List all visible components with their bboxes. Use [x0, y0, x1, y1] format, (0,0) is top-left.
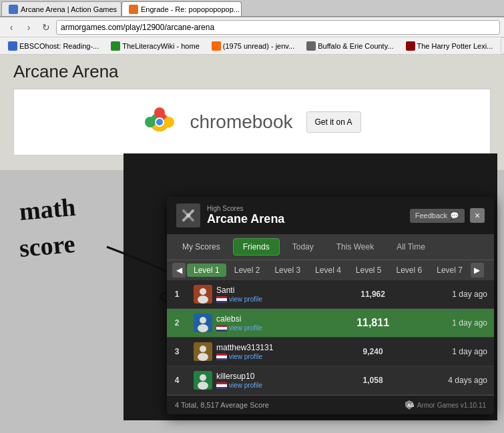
player-name: killersup10	[216, 372, 262, 381]
tab-favicon-arcane	[9, 5, 18, 14]
svg-point-18	[200, 346, 206, 352]
svg-point-6	[156, 119, 163, 125]
armor-games-version: Armor Games v1.10.11	[417, 402, 486, 409]
bookmark-icon-literacy	[111, 41, 120, 51]
player-flag-row: view profile	[216, 324, 262, 332]
bookmark-buffalo[interactable]: Buffalo & Erie County...	[302, 40, 397, 52]
tab-favicon-engrade	[129, 5, 138, 14]
svg-point-16	[200, 317, 206, 324]
level-tab-7[interactable]: Level 7	[430, 264, 469, 277]
player-cell: matthew313131 view profile	[187, 338, 336, 366]
tab-label-arcane: Arcane Arena | Action Games	[21, 5, 117, 13]
svg-point-19	[198, 353, 208, 361]
svg-text:AG: AG	[407, 403, 415, 408]
dialog-right-controls: Feedback 💬 ×	[410, 208, 485, 223]
player-flag-row: view profile	[216, 296, 262, 303]
ad-get-button[interactable]: Get it on A	[306, 111, 361, 133]
svg-point-4	[145, 117, 156, 127]
bookmark-icon-buffalo	[306, 41, 316, 51]
feedback-icon: 💬	[450, 211, 459, 220]
svg-point-21	[198, 382, 208, 390]
close-dialog-button[interactable]: ×	[470, 208, 485, 223]
view-profile-link[interactable]: view profile	[229, 382, 262, 389]
tab-engrade[interactable]: Engrade - Re: popopopopop... ×	[121, 1, 242, 16]
level-tabs-row: ◀ Level 1 Level 2 Level 3 Level 4 Level …	[167, 260, 494, 280]
address-bar[interactable]	[56, 20, 500, 35]
us-flag-icon	[216, 354, 227, 360]
level-tab-4[interactable]: Level 4	[308, 264, 348, 277]
level-tab-5[interactable]: Level 5	[349, 264, 389, 277]
view-profile-link[interactable]: view profile	[229, 296, 262, 303]
browser-tabs: Arcane Arena | Action Games × Engrade - …	[0, 0, 504, 17]
page-title: Arcane Arena	[13, 61, 491, 82]
tab-this-week[interactable]: This Week	[326, 238, 384, 256]
table-row: 1 Santi view profile 11,962	[167, 280, 494, 309]
player-cell: calebsi view profile	[187, 309, 336, 338]
chrome-logo-icon	[143, 105, 176, 139]
armor-games-logo: AG Armor Games v1.10.11	[404, 400, 486, 410]
feedback-button[interactable]: Feedback 💬	[410, 209, 465, 223]
reload-button[interactable]: ↻	[39, 20, 53, 35]
high-scores-dialog: High Scores Arcane Arena Feedback 💬 × My…	[167, 197, 494, 414]
player-name: calebsi	[216, 314, 262, 324]
back-button[interactable]: ‹	[4, 20, 19, 35]
rank-cell: 2	[167, 309, 187, 338]
score-cell: 11,962	[336, 280, 409, 309]
player-avatar	[194, 342, 212, 361]
tab-friends[interactable]: Friends	[233, 238, 280, 256]
tab-label-engrade: Engrade - Re: popopopopop...	[141, 5, 240, 13]
table-row: 3 matthew313131 view profile 9,	[167, 338, 494, 366]
bookmark-icon-hp	[406, 41, 415, 51]
level-tab-6[interactable]: Level 6	[390, 264, 429, 277]
level-tab-1[interactable]: Level 1	[187, 264, 226, 277]
rank-cell: 1	[167, 280, 187, 309]
level-next-button[interactable]: ▶	[471, 263, 484, 278]
bookmarks-bar: EBSCOhost: Reading-... TheLiteracyWiki -…	[0, 37, 504, 55]
svg-text:score: score	[18, 230, 76, 262]
bookmark-icon-email	[212, 41, 221, 51]
level-prev-button[interactable]: ◀	[172, 263, 186, 278]
svg-point-15	[198, 296, 208, 304]
bookmark-label-email: (1975 unread) - jenv...	[223, 42, 294, 50]
rank-cell: 3	[167, 338, 187, 366]
dialog-game-icon	[176, 203, 200, 228]
player-flag-row: view profile	[216, 382, 262, 389]
tab-arcane-arena[interactable]: Arcane Arena | Action Games ×	[1, 1, 121, 16]
ad-banner: chromebook Get it on A	[13, 89, 491, 155]
armor-games-icon: AG	[404, 400, 415, 410]
player-avatar	[194, 314, 212, 332]
score-cell: 11,811	[336, 309, 409, 338]
bookmark-hp[interactable]: The Harry Potter Lexi...	[402, 40, 497, 52]
player-cell: Santi view profile	[187, 280, 336, 309]
level-tab-2[interactable]: Level 2	[228, 264, 267, 277]
dialog-title-area: High Scores Arcane Arena	[176, 203, 284, 228]
tab-today[interactable]: Today	[282, 238, 324, 256]
email-icon-area: ✉ ♥	[501, 37, 504, 54]
view-profile-link[interactable]: view profile	[229, 324, 262, 332]
svg-point-3	[164, 117, 174, 127]
dialog-footer: 4 Total, 8,517 Average Score AG Armor Ga…	[167, 395, 494, 414]
table-row: 4 killersup10 view profile 1,05	[167, 366, 494, 395]
scores-table: 1 Santi view profile 11,962	[167, 280, 494, 395]
svg-text:math: math	[18, 193, 77, 226]
svg-point-14	[200, 288, 206, 295]
player-info: calebsi view profile	[216, 314, 262, 332]
bookmark-literacy[interactable]: TheLiteracyWiki - home	[107, 40, 204, 52]
time-cell: 4 days ago	[410, 366, 494, 395]
dialog-subtitle: High Scores	[207, 205, 284, 212]
svg-point-2	[154, 107, 165, 118]
tab-all-time[interactable]: All Time	[387, 238, 435, 256]
forward-button[interactable]: ›	[21, 20, 36, 35]
svg-point-20	[200, 374, 206, 381]
us-flag-icon	[216, 296, 227, 303]
dialog-game-title: Arcane Arena	[207, 212, 284, 226]
bookmark-ebsco[interactable]: EBSCOhost: Reading-...	[4, 40, 103, 52]
view-profile-link[interactable]: view profile	[229, 353, 262, 360]
us-flag-icon	[216, 325, 227, 332]
tab-my-scores[interactable]: My Scores	[172, 238, 230, 256]
player-info: killersup10 view profile	[216, 372, 262, 389]
player-cell: killersup10 view profile	[187, 366, 336, 395]
bookmark-email[interactable]: (1975 unread) - jenv...	[208, 40, 298, 52]
bookmark-label-literacy: TheLiteracyWiki - home	[122, 42, 200, 50]
level-tab-3[interactable]: Level 3	[268, 264, 307, 277]
